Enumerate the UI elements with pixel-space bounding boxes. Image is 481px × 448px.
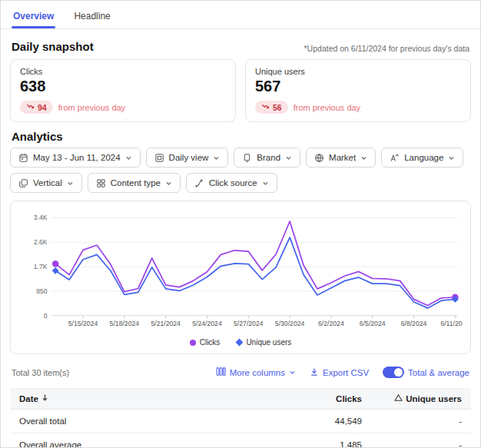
unique-users-card: Unique users 567 56 from previous day bbox=[245, 59, 471, 122]
chevron-down-icon bbox=[67, 180, 74, 187]
export-csv-label: Export CSV bbox=[323, 368, 369, 377]
unique-users-delta-badge: 56 bbox=[255, 101, 288, 114]
filter-market[interactable]: Market bbox=[306, 148, 376, 168]
filter-label: Brand bbox=[257, 153, 280, 162]
legend-clicks[interactable]: Clicks bbox=[190, 338, 221, 347]
filter-label: Content type bbox=[111, 178, 161, 187]
date-cell: Overall average bbox=[19, 440, 270, 448]
unique-users-card-label: Unique users bbox=[255, 67, 461, 76]
svg-text:5/15/2024: 5/15/2024 bbox=[68, 320, 98, 327]
vertical-icon bbox=[18, 178, 28, 188]
unique-users-column-header[interactable]: Unique users bbox=[362, 393, 462, 403]
table-header-row: Date Clicks Unique users bbox=[10, 388, 471, 410]
svg-text:2.6K: 2.6K bbox=[34, 238, 48, 246]
market-icon bbox=[314, 153, 324, 163]
filter-may-13-jun-11-2024[interactable]: May 13 - Jun 11, 2024 bbox=[10, 148, 141, 168]
table-summary: Total 30 item(s) bbox=[12, 368, 69, 377]
analytics-chart-card: 08501.7K2.6K3.4K5/15/20245/18/20245/21/2… bbox=[10, 201, 471, 354]
clicks-column-header[interactable]: Clicks bbox=[270, 394, 362, 403]
filter-click-source[interactable]: Click source bbox=[186, 173, 277, 193]
updated-note: *Updated on 6/11/2024 for previous day's… bbox=[304, 44, 469, 53]
svg-text:5/30/2024: 5/30/2024 bbox=[275, 320, 305, 327]
clicks-delta-badge: 94 bbox=[20, 101, 53, 114]
unique-users-delta-row: 56 from previous day bbox=[255, 101, 461, 114]
total-average-control: Total & average bbox=[383, 367, 469, 378]
legend-label: Clicks bbox=[200, 338, 221, 347]
svg-text:6/5/2024: 6/5/2024 bbox=[360, 320, 386, 327]
filter-language[interactable]: Language bbox=[381, 148, 463, 168]
unique-users-card-value: 567 bbox=[255, 78, 461, 95]
unique-users-cell: - bbox=[362, 440, 462, 448]
legend-unique-users[interactable]: Unique users bbox=[237, 338, 291, 347]
tab-headline[interactable]: Headline bbox=[72, 5, 111, 28]
chevron-down-icon bbox=[448, 154, 455, 161]
date-cell: Overall total bbox=[19, 416, 270, 426]
brand-icon bbox=[242, 153, 252, 163]
daily-snapshot-header: Daily snapshot *Updated on 6/11/2024 for… bbox=[12, 40, 469, 53]
chevron-down-icon bbox=[285, 154, 292, 161]
table-body: Overall total44,549-Overall average1,485… bbox=[10, 410, 471, 448]
more-columns-label: More columns bbox=[230, 368, 285, 377]
clicks-delta-note: from previous day bbox=[58, 103, 125, 112]
more-columns-button[interactable]: More columns bbox=[216, 367, 296, 378]
total-average-label: Total & average bbox=[408, 368, 469, 377]
analytics-table: Date Clicks Unique users Overall total44… bbox=[10, 388, 471, 448]
chart-legend: ClicksUnique users bbox=[18, 335, 463, 350]
svg-text:0: 0 bbox=[44, 312, 48, 320]
main-content: Daily snapshot *Updated on 6/11/2024 for… bbox=[1, 29, 480, 448]
unique-users-delta-note: from previous day bbox=[294, 103, 360, 112]
svg-text:5/24/2024: 5/24/2024 bbox=[192, 320, 222, 327]
total-average-toggle[interactable] bbox=[383, 367, 404, 378]
legend-diamond-icon bbox=[236, 339, 244, 347]
chevron-down-icon bbox=[125, 154, 132, 161]
table-toolbar: Total 30 item(s) More columns Export CSV… bbox=[12, 362, 469, 383]
top-tabs: Overview Headline bbox=[1, 1, 480, 29]
date-column-header[interactable]: Date bbox=[19, 393, 270, 403]
trend-down-icon bbox=[26, 102, 35, 112]
chevron-down-icon bbox=[262, 180, 269, 187]
filter-label: Daily view bbox=[169, 153, 209, 162]
snapshot-cards: Clicks 638 94 from previous day Unique u… bbox=[10, 59, 471, 122]
filter-label: Vertical bbox=[33, 178, 62, 187]
table-row: Overall total44,549- bbox=[10, 410, 471, 433]
clicks-card-value: 638 bbox=[20, 78, 226, 95]
clicks-delta-value: 94 bbox=[38, 103, 47, 112]
dashboard-screen: Overview Headline Daily snapshot *Update… bbox=[0, 0, 481, 448]
legend-label: Unique users bbox=[246, 338, 291, 347]
date-header-label: Date bbox=[19, 394, 38, 403]
table-row: Overall average1,485- bbox=[10, 433, 471, 448]
clicks-cell: 1,485 bbox=[270, 440, 362, 448]
tab-overview[interactable]: Overview bbox=[12, 5, 55, 28]
unique-users-delta-value: 56 bbox=[273, 103, 282, 112]
unique-users-header-label: Unique users bbox=[406, 394, 462, 403]
daily-snapshot-title: Daily snapshot bbox=[12, 40, 94, 53]
analytics-chart: 08501.7K2.6K3.4K5/15/20245/18/20245/21/2… bbox=[18, 207, 463, 335]
content-type-icon bbox=[96, 178, 106, 188]
analytics-title: Analytics bbox=[12, 130, 63, 143]
svg-text:6/11/2024: 6/11/2024 bbox=[440, 320, 463, 327]
clicks-delta-row: 94 from previous day bbox=[20, 101, 226, 114]
analytics-header: Analytics bbox=[12, 130, 469, 143]
chevron-down-icon bbox=[289, 368, 296, 377]
chevron-down-icon bbox=[165, 180, 172, 187]
filter-content-type[interactable]: Content type bbox=[88, 173, 181, 193]
filter-brand[interactable]: Brand bbox=[234, 148, 300, 168]
filter-daily-view[interactable]: Daily view bbox=[146, 148, 229, 168]
svg-text:5/27/2024: 5/27/2024 bbox=[234, 320, 264, 327]
export-csv-button[interactable]: Export CSV bbox=[310, 367, 369, 378]
filter-chips: May 13 - Jun 11, 2024Daily viewBrandMark… bbox=[10, 148, 471, 193]
svg-text:6/2/2024: 6/2/2024 bbox=[318, 320, 344, 327]
columns-icon bbox=[216, 367, 226, 378]
legend-circle-icon bbox=[190, 340, 196, 346]
filter-label: May 13 - Jun 11, 2024 bbox=[33, 153, 121, 162]
daily-view-icon bbox=[154, 153, 164, 163]
warning-triangle-icon bbox=[394, 393, 403, 403]
svg-text:5/18/2024: 5/18/2024 bbox=[110, 320, 140, 327]
clicks-card-label: Clicks bbox=[20, 67, 226, 76]
language-icon bbox=[390, 153, 400, 163]
svg-text:6/8/2024: 6/8/2024 bbox=[401, 320, 427, 327]
filter-label: Market bbox=[329, 153, 356, 162]
calendar-icon bbox=[18, 153, 28, 163]
filter-vertical[interactable]: Vertical bbox=[10, 173, 82, 193]
svg-text:850: 850 bbox=[36, 287, 48, 295]
